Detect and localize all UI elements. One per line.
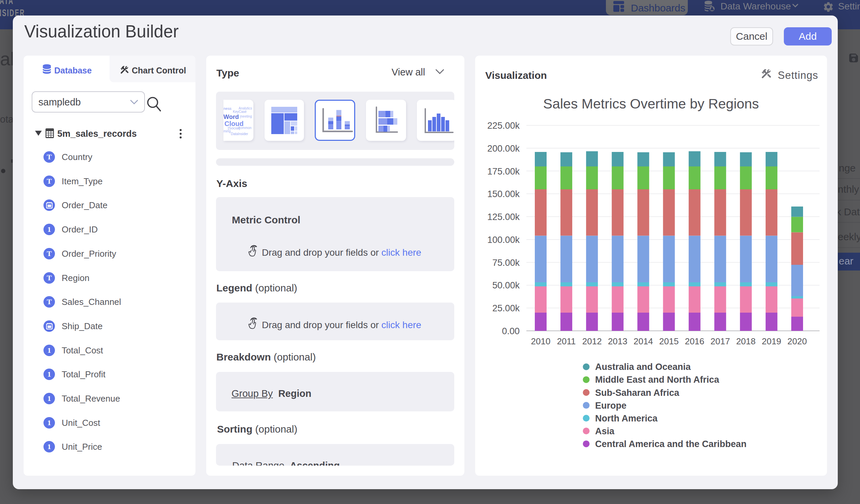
svg-text:25.00k: 25.00k [492, 303, 520, 313]
svg-text:Asia: Asia [595, 426, 615, 436]
svg-text:Sales Metrics Overtime by Regi: Sales Metrics Overtime by Regions [543, 96, 759, 112]
svg-text:Sub-Saharan Africa: Sub-Saharan Africa [595, 388, 680, 398]
svg-text:75.00k: 75.00k [492, 258, 520, 268]
svg-text:2012: 2012 [582, 336, 602, 346]
svg-text:2016: 2016 [685, 336, 704, 346]
svg-text:2018: 2018 [736, 336, 756, 346]
svg-text:2020: 2020 [788, 336, 807, 346]
svg-text:2011: 2011 [557, 336, 576, 346]
svg-text:2013: 2013 [608, 336, 628, 346]
svg-text:150.00k: 150.00k [487, 189, 520, 199]
svg-text:200.00k: 200.00k [487, 144, 520, 154]
svg-text:100.00k: 100.00k [487, 235, 520, 245]
svg-text:50.00k: 50.00k [492, 280, 520, 290]
svg-text:2019: 2019 [762, 336, 781, 346]
svg-text:Middle East and North Africa: Middle East and North Africa [595, 375, 719, 385]
svg-text:2017: 2017 [711, 336, 730, 346]
svg-text:Central America and the Caribb: Central America and the Caribbean [595, 439, 746, 449]
svg-text:North America: North America [595, 413, 658, 423]
svg-text:175.00k: 175.00k [487, 167, 520, 176]
svg-text:2015: 2015 [659, 336, 679, 346]
svg-text:0.00: 0.00 [502, 326, 520, 336]
svg-text:2014: 2014 [633, 336, 653, 346]
svg-text:2010: 2010 [531, 336, 551, 346]
svg-text:Europe: Europe [595, 401, 627, 411]
svg-text:225.00k: 225.00k [487, 120, 520, 131]
svg-text:125.00k: 125.00k [487, 212, 520, 222]
svg-text:Australia and Oceania: Australia and Oceania [595, 362, 691, 372]
